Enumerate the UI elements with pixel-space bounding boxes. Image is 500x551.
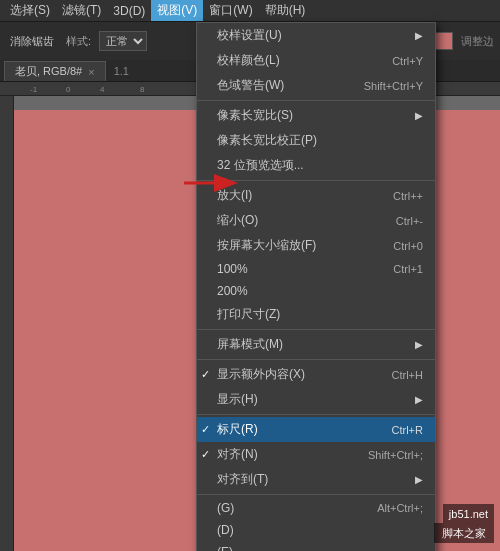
watermark-top: jb51.net (443, 504, 494, 523)
menu-bar: 选择(S) 滤镜(T) 3D(D) 视图(V) 窗口(W) 帮助(H) (0, 0, 500, 22)
menu-item-100percent[interactable]: 100% Ctrl+1 (197, 258, 435, 280)
menu-item-zoom-out[interactable]: 缩小(O) Ctrl+- (197, 208, 435, 233)
menu-view[interactable]: 视图(V) (151, 0, 203, 21)
menu-item-32bit-preview[interactable]: 32 位预览选项... (197, 153, 435, 178)
menu-item-proof-setup[interactable]: 校样设置(U) ▶ (197, 23, 435, 48)
tab-close[interactable]: × (88, 66, 94, 78)
style-label: 样式: (62, 32, 95, 51)
submenu-arrow: ▶ (415, 394, 423, 405)
menu-item-print-size[interactable]: 打印尺寸(Z) (197, 302, 435, 327)
separator (197, 100, 435, 101)
color-swatch[interactable] (433, 32, 453, 50)
menu-item-screen-mode[interactable]: 屏幕模式(M) ▶ (197, 332, 435, 357)
adjust-label: 调整边 (461, 34, 494, 49)
separator (197, 180, 435, 181)
menu-item-show-extras[interactable]: ✓ 显示额外内容(X) Ctrl+H (197, 362, 435, 387)
check-mark: ✓ (201, 368, 210, 381)
ruler-tick-label: 4 (100, 85, 104, 94)
view-menu-dropdown: 校样设置(U) ▶ 校样颜色(L) Ctrl+Y 色域警告(W) Shift+C… (196, 22, 436, 551)
menu-item-gamut-warning[interactable]: 色域警告(W) Shift+Ctrl+Y (197, 73, 435, 98)
erase-jagged-btn[interactable]: 消除锯齿 (6, 32, 58, 51)
submenu-arrow: ▶ (415, 30, 423, 41)
separator (197, 359, 435, 360)
menu-item-200percent[interactable]: 200% (197, 280, 435, 302)
menu-item-snap[interactable]: ✓ 对齐(N) Shift+Ctrl+; (197, 442, 435, 467)
style-select[interactable]: 正常 (99, 31, 147, 51)
ruler-tick-label: -1 (30, 85, 37, 94)
ruler-tick-label: 0 (66, 85, 70, 94)
ruler-tick-label: 8 (140, 85, 144, 94)
watermark-bottom: 脚本之家 (434, 523, 494, 543)
menu-item-zoom-in[interactable]: 放大(I) Ctrl++ (197, 183, 435, 208)
menu-item-rulers[interactable]: ✓ 标尺(R) Ctrl+R (197, 417, 435, 442)
zoom-level: 1.1 (114, 65, 129, 77)
check-mark: ✓ (201, 423, 210, 436)
separator (197, 494, 435, 495)
menu-item-pixel-correct[interactable]: 像素长宽比校正(P) (197, 128, 435, 153)
menu-item-snap-to[interactable]: 对齐到(T) ▶ (197, 467, 435, 492)
ruler-vertical (0, 96, 14, 551)
tab-label: 老贝, RGB/8# (15, 64, 82, 79)
menu-help[interactable]: 帮助(H) (259, 0, 312, 21)
menu-filter[interactable]: 滤镜(T) (56, 0, 107, 21)
menu-item-show[interactable]: 显示(H) ▶ (197, 387, 435, 412)
menu-item-d[interactable]: (D) (197, 519, 435, 541)
menu-item-g[interactable]: (G) Alt+Ctrl+; (197, 497, 435, 519)
submenu-arrow: ▶ (415, 474, 423, 485)
menu-item-proof-colors[interactable]: 校样颜色(L) Ctrl+Y (197, 48, 435, 73)
menu-item-e[interactable]: (E)... (197, 541, 435, 551)
submenu-arrow: ▶ (415, 339, 423, 350)
menu-window[interactable]: 窗口(W) (203, 0, 258, 21)
separator (197, 329, 435, 330)
check-mark: ✓ (201, 448, 210, 461)
menu-select[interactable]: 选择(S) (4, 0, 56, 21)
menu-3d[interactable]: 3D(D) (107, 2, 151, 20)
menu-item-fit-screen[interactable]: 按屏幕大小缩放(F) Ctrl+0 (197, 233, 435, 258)
document-tab[interactable]: 老贝, RGB/8# × (4, 61, 106, 81)
submenu-arrow: ▶ (415, 110, 423, 121)
separator (197, 414, 435, 415)
menu-item-pixel-aspect[interactable]: 像素长宽比(S) ▶ (197, 103, 435, 128)
